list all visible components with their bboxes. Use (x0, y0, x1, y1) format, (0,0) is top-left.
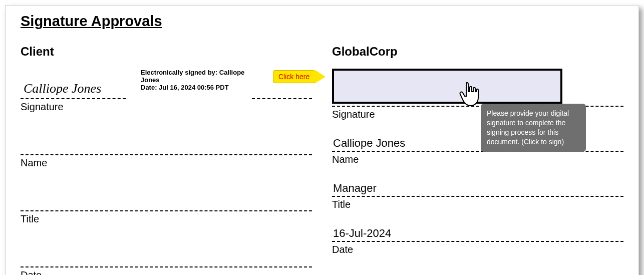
globalcorp-title-value: Manager (333, 182, 377, 195)
globalcorp-title-line: Manager (332, 174, 623, 197)
callout-arrow-icon (314, 70, 326, 84)
client-signature-meta: Electronically signed by: Calliope Jones… (141, 69, 252, 91)
globalcorp-date-value: 16-Jul-2024 (333, 227, 391, 240)
client-signature-line: Calliope Jones (21, 81, 126, 99)
client-title-label: Title (21, 213, 312, 225)
signature-target-box[interactable] (332, 69, 562, 104)
client-trailing-line (252, 98, 312, 99)
client-sig-meta-line1: Electronically signed by: Calliope Jones (141, 69, 252, 84)
globalcorp-name-label: Name (332, 154, 623, 165)
client-title-line (21, 189, 312, 211)
client-name-line (21, 133, 312, 155)
client-party-title: Client (21, 45, 312, 59)
globalcorp-name-value: Calliope Jones (333, 137, 405, 150)
document-container: Signature Approvals Client Calliope Jone… (5, 5, 639, 275)
globalcorp-date-line: 16-Jul-2024 (332, 219, 623, 242)
client-signature-value: Calliope Jones (21, 81, 101, 96)
section-heading: Signature Approvals (21, 13, 623, 30)
client-column: Client Calliope Jones Electronically sig… (21, 45, 312, 275)
client-sig-meta-line2: Date: Jul 16, 2024 00:56 PDT (141, 84, 252, 91)
client-date-line (21, 245, 312, 267)
globalcorp-signature-area: Please provide your digital signature to… (332, 69, 623, 107)
client-date-label: Date (21, 269, 312, 275)
client-name-label: Name (21, 157, 312, 169)
globalcorp-date-label: Date (332, 244, 623, 255)
globalcorp-title-label: Title (332, 199, 623, 210)
client-signature-label: Signature (21, 101, 312, 113)
signature-columns: Client Calliope Jones Electronically sig… (21, 45, 623, 275)
globalcorp-column: Click here GlobalCorp Please provide you… (332, 45, 623, 275)
signature-tooltip: Please provide your digital signature to… (481, 104, 586, 152)
callout-text: Click here (273, 70, 315, 83)
globalcorp-party-title: GlobalCorp (332, 45, 623, 59)
client-signature-row: Calliope Jones Electronically signed by:… (21, 69, 312, 99)
click-here-callout: Click here (273, 70, 326, 84)
